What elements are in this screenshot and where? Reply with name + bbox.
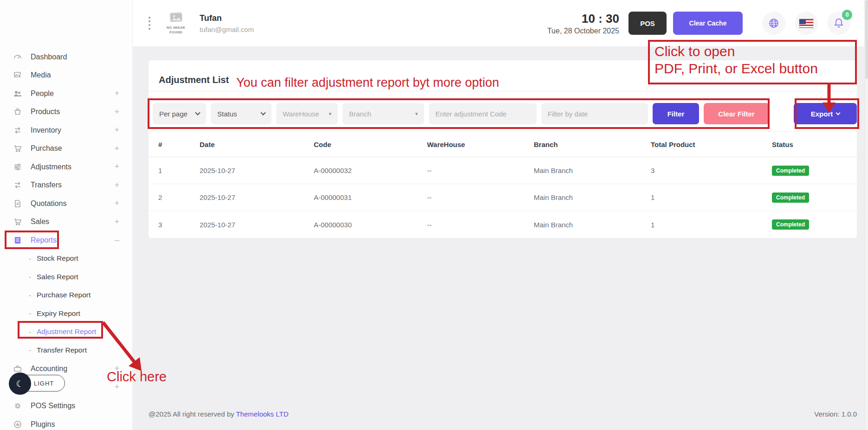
adjustments-sliders-icon — [12, 162, 23, 172]
status-select[interactable]: Status — [211, 103, 272, 124]
sales-cart-icon — [12, 217, 23, 226]
filter-button[interactable]: Filter — [653, 103, 699, 124]
language-globe-button[interactable] — [762, 12, 785, 35]
notification-count-badge: 0 — [842, 10, 852, 20]
pos-settings-gear-icon — [12, 401, 23, 411]
us-flag-icon — [799, 19, 814, 28]
reports-document-icon — [12, 236, 23, 245]
sidebar-item-plugins[interactable]: Plugins — [0, 415, 132, 430]
sidebar-item-stock-report[interactable]: - Stock Report — [0, 250, 132, 268]
adjustment-list-card: Adjustment List Per page Status WareHous… — [149, 60, 857, 238]
sidebar-item-label: Quotations — [31, 199, 66, 208]
bell-icon — [833, 17, 845, 29]
sidebar-item-label: Adjustments — [31, 163, 71, 171]
version-text: Version: 1.0.0 — [814, 410, 857, 418]
sidebar-item-purchase-report[interactable]: - Purchase Report — [0, 286, 132, 305]
clear-filter-button[interactable]: Clear Filter — [704, 103, 769, 124]
page-footer: @2025 All right reserved by Themelooks L… — [149, 410, 857, 418]
sidebar-item-quotations[interactable]: Quotations + — [0, 194, 132, 213]
avatar[interactable]: NO IMAGE FOUND — [162, 12, 190, 35]
main-content: Adjustment List Per page Status WareHous… — [133, 46, 868, 430]
sidebar-item-label: Sales — [31, 218, 49, 226]
sidebar-item-reports[interactable]: Reports – — [0, 231, 132, 250]
people-icon — [12, 89, 23, 98]
kebab-menu-icon[interactable] — [149, 17, 150, 30]
clock-time: 10 : 30 — [547, 12, 619, 26]
sidebar-item-label: Purchase — [31, 144, 62, 153]
themelooks-link[interactable]: Themelooks LTD — [236, 410, 288, 418]
transfers-arrows-icon — [12, 180, 23, 190]
top-header: NO IMAGE FOUND Tufan tufan@gmail.com 10 … — [133, 0, 868, 46]
sidebar-item-sales-report[interactable]: - Sales Report — [0, 268, 132, 286]
sidebar-item-label: Inventory — [31, 126, 61, 135]
clock-date: Tue, 28 October 2025 — [547, 27, 619, 35]
chevron-down-icon — [260, 110, 266, 115]
branch-select[interactable]: Branch ▾ — [343, 103, 424, 124]
user-email: tufan@gmail.com — [200, 26, 254, 33]
locale-flag-button[interactable] — [795, 12, 818, 35]
status-badge: Completed — [772, 166, 809, 176]
scrollbar-thumb[interactable] — [865, 0, 868, 79]
table-row[interactable]: 1 2025-10-27 A-00000032 -- Main Branch 3… — [149, 157, 857, 184]
caret-down-icon: ▾ — [415, 111, 418, 117]
sidebar-item-people[interactable]: People + — [0, 84, 132, 103]
dashboard-gauge-icon — [12, 52, 23, 62]
chevron-down-icon — [836, 111, 841, 116]
sidebar-item-purchase[interactable]: Purchase + — [0, 140, 132, 158]
products-basket-icon — [12, 107, 23, 116]
sidebar-item-label: Reports — [31, 236, 57, 244]
sidebar-item-inventory[interactable]: Inventory + — [0, 121, 132, 140]
sidebar-item-expiry-report[interactable]: - Expiry Report — [0, 304, 132, 323]
globe-icon — [768, 17, 780, 29]
quotations-document-icon — [12, 199, 23, 208]
table-header-row: # Date Code WareHouse Branch Total Produ… — [149, 131, 857, 157]
per-page-select[interactable]: Per page — [153, 103, 206, 124]
sidebar-item-pos-settings[interactable]: POS Settings — [0, 397, 132, 415]
caret-down-icon: ▾ — [329, 111, 331, 117]
filter-bar: Per page Status WareHouse ▾ Branch ▾ Fi — [149, 91, 857, 131]
table-row[interactable]: 3 2025-10-27 A-00000030 -- Main Branch 1… — [149, 211, 857, 238]
sidebar-item-adjustments[interactable]: Adjustments + — [0, 158, 132, 176]
sidebar-item-products[interactable]: Products + — [0, 103, 132, 122]
sidebar-item-label: Media — [31, 71, 51, 79]
sidebar-item-dashboard[interactable]: Dashboard — [0, 48, 132, 66]
clear-cache-button[interactable]: Clear Cache — [673, 12, 743, 35]
theme-toggle[interactable]: ☾ LIGHT — [10, 375, 65, 391]
warehouse-select[interactable]: WareHouse ▾ — [276, 103, 338, 124]
page-scrollbar[interactable] — [864, 0, 868, 430]
user-name: Tufan — [200, 13, 254, 23]
sidebar-item-sales[interactable]: Sales + — [0, 213, 132, 231]
pos-button[interactable]: POS — [628, 12, 667, 35]
sidebar-item-label: Dashboard — [31, 53, 67, 61]
sidebar: Dashboard Media People + — [0, 0, 133, 430]
sidebar-item-media[interactable]: Media — [0, 66, 132, 85]
purchase-cart-icon — [12, 144, 23, 153]
moon-icon: ☾ — [9, 372, 31, 395]
accounting-briefcase-icon — [12, 364, 23, 373]
sidebar-item-label: Products — [31, 108, 60, 116]
notifications-button[interactable]: 0 — [827, 12, 850, 35]
sidebar-item-label: Transfers — [31, 181, 62, 189]
sidebar-item-adjustment-report[interactable]: - Adjustment Report — [0, 323, 132, 341]
date-filter-input[interactable] — [541, 103, 648, 124]
status-badge: Completed — [772, 193, 809, 203]
inventory-arrows-icon — [12, 126, 23, 135]
adjustment-table: # Date Code WareHouse Branch Total Produ… — [149, 131, 857, 238]
plugins-plug-icon — [12, 420, 23, 429]
export-button[interactable]: Export — [794, 103, 857, 124]
avatar-placeholder-text: NO IMAGE FOUND — [162, 26, 190, 35]
copyright-text: @2025 All right reserved by Themelooks L… — [149, 410, 288, 418]
adjustment-code-input[interactable] — [429, 103, 537, 124]
sidebar-item-transfers[interactable]: Transfers + — [0, 176, 132, 195]
chevron-down-icon — [195, 110, 200, 115]
media-image-icon — [12, 71, 23, 80]
status-badge: Completed — [772, 219, 809, 230]
sidebar-item-transfer-report[interactable]: - Transfer Report — [0, 341, 132, 359]
clock: 10 : 30 Tue, 28 October 2025 — [547, 12, 619, 35]
page-title: Adjustment List — [159, 75, 229, 85]
sidebar-item-label: People — [31, 90, 54, 98]
table-row[interactable]: 2 2025-10-27 A-00000031 -- Main Branch 1… — [149, 184, 857, 211]
app-root: Dashboard Media People + — [0, 0, 868, 430]
